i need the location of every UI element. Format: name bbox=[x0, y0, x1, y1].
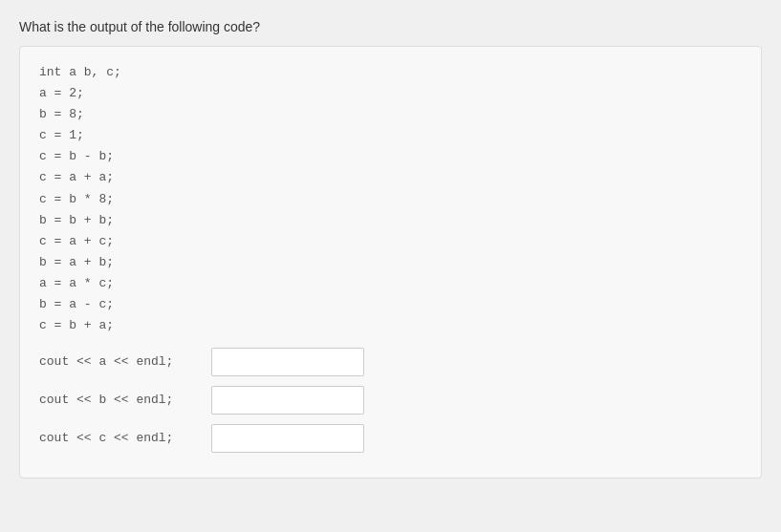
output-statement-b: cout << b << endl; bbox=[39, 390, 192, 411]
code-line-5: c = a + a; bbox=[39, 167, 742, 188]
code-line-3: c = 1; bbox=[39, 125, 742, 146]
question-text: What is the output of the following code… bbox=[19, 19, 762, 34]
output-statement-c: cout << c << endl; bbox=[39, 428, 192, 449]
answer-input-a[interactable] bbox=[211, 348, 364, 376]
answer-row-a: cout << a << endl; bbox=[39, 348, 742, 376]
code-line-11: b = a - c; bbox=[39, 294, 742, 315]
code-container: int a b, c; a = 2; b = 8; c = 1; c = b -… bbox=[19, 46, 762, 479]
code-line-2: b = 8; bbox=[39, 104, 742, 125]
code-line-7: b = b + b; bbox=[39, 210, 742, 231]
code-line-12: c = b + a; bbox=[39, 315, 742, 336]
code-line-10: a = a * c; bbox=[39, 273, 742, 294]
answer-row-b: cout << b << endl; bbox=[39, 386, 742, 415]
code-line-8: c = a + c; bbox=[39, 231, 742, 252]
code-lines-block: int a b, c; a = 2; b = 8; c = 1; c = b -… bbox=[39, 62, 742, 336]
answer-input-b[interactable] bbox=[211, 386, 364, 415]
answer-input-c[interactable] bbox=[211, 424, 364, 453]
code-line-6: c = b * 8; bbox=[39, 189, 742, 210]
code-line-1: a = 2; bbox=[39, 83, 742, 104]
code-line-0: int a b, c; bbox=[39, 62, 742, 83]
answer-row-c: cout << c << endl; bbox=[39, 424, 742, 453]
code-line-4: c = b - b; bbox=[39, 146, 742, 167]
code-line-9: b = a + b; bbox=[39, 252, 742, 273]
output-statement-a: cout << a << endl; bbox=[39, 351, 192, 372]
